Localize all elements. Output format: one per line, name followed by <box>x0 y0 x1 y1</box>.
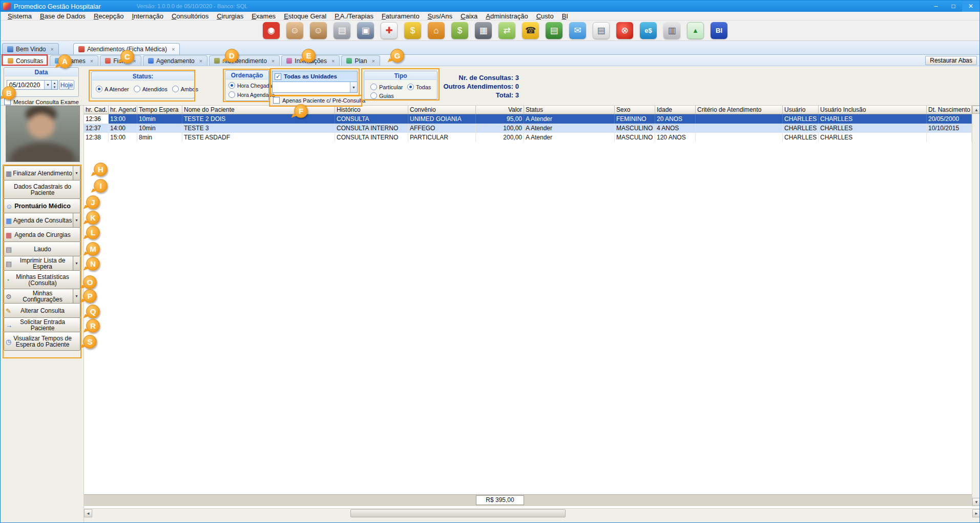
restaurar-abas-button[interactable]: Restaurar Abas <box>925 56 977 65</box>
date-dropdown-icon[interactable]: ▼ <box>44 81 51 89</box>
tab-consultas[interactable]: Consultas <box>3 55 48 66</box>
todas-unidades-checkbox[interactable]: Todas as Unidades <box>272 71 358 82</box>
menu-recepcao[interactable]: Recepção <box>90 12 128 20</box>
computer-icon[interactable]: ▣ <box>357 22 374 39</box>
column-header[interactable]: Idade <box>655 106 696 114</box>
coins-icon[interactable]: $ <box>404 22 421 39</box>
table-row[interactable]: 12:38 15:00 8min TESTE ASDADF CONSULTA I… <box>84 133 980 142</box>
prontuario-medico-button[interactable]: ☺ Prontuário Médico <box>4 198 80 213</box>
scroll-down-icon[interactable]: ▼ <box>972 498 980 506</box>
menu-custo[interactable]: Custo <box>532 12 558 20</box>
tab-atendimento[interactable]: nto Atendimento × <box>209 55 280 66</box>
dados-cadastrais-button[interactable]: Dados Cadastrais do Paciente <box>4 180 80 199</box>
column-header[interactable]: Valor <box>476 106 524 114</box>
table-row[interactable]: 12:36 13:00 10min TESTE 2 DOIS CONSULTA … <box>84 114 980 124</box>
menu-sistema[interactable]: Sistema <box>4 12 36 20</box>
column-header[interactable]: Critério de Atendimento <box>696 106 783 114</box>
tab-agendamento[interactable]: Agendamento × <box>143 55 207 66</box>
column-header[interactable]: hr. Agend. <box>109 106 137 114</box>
maximize-button[interactable]: □ <box>945 1 962 12</box>
column-header[interactable]: Tempo Espera <box>137 106 182 114</box>
close-tab-icon[interactable]: × <box>272 58 275 64</box>
radio-hora-agendada[interactable]: Hora Agendada <box>228 91 275 98</box>
document-icon[interactable]: ▤ <box>593 22 610 39</box>
close-button[interactable]: ✕ <box>962 1 979 12</box>
phone-icon[interactable]: ☎ <box>522 22 539 39</box>
menu-base-de-dados[interactable]: Base de Dados <box>36 12 90 20</box>
close-tab-icon[interactable]: × <box>172 46 175 52</box>
apenas-pre-consulta-checkbox[interactable]: Apenas Paciente c/ Pré-Consulta <box>273 97 365 104</box>
unit-combobox[interactable]: ▼ <box>272 82 358 93</box>
menu-administracao[interactable]: Administração <box>482 12 532 20</box>
menu-estoque-geral[interactable]: Estoque Geral <box>280 12 330 20</box>
column-header[interactable]: Dt. Nascimento <box>927 106 972 114</box>
agenda-consultas-button[interactable]: ▦ Agenda de Consultas ▼ <box>4 213 80 228</box>
column-header[interactable]: Nome do Paciente <box>182 106 335 114</box>
menu-sus-ans[interactable]: Sus/Ans <box>424 12 456 20</box>
safe-icon[interactable]: ▦ <box>475 22 492 39</box>
column-header[interactable]: Usuário <box>783 106 819 114</box>
menu-cirurgias[interactable]: Cirurgias <box>213 12 247 20</box>
radio-particular[interactable]: Particular <box>370 84 403 90</box>
reception-icon[interactable]: ☺ <box>310 22 327 39</box>
column-header[interactable]: Histórico <box>335 106 408 114</box>
laudo-button[interactable]: ▤ Laudo <box>4 242 80 256</box>
close-tab-icon[interactable]: × <box>199 58 202 64</box>
imprimir-lista-espera-button[interactable]: ▤ Imprimir Lista de Espera ▼ <box>4 256 80 271</box>
dropdown-arrow-icon[interactable]: ▼ <box>73 289 80 303</box>
target-icon[interactable]: ◉ <box>263 22 280 39</box>
scroll-left-icon[interactable]: ◄ <box>84 509 92 517</box>
dropdown-arrow-icon[interactable]: ▼ <box>73 166 80 180</box>
column-header[interactable]: Status <box>524 106 615 114</box>
radio-hora-chegada[interactable]: Hora Chegada <box>228 82 272 89</box>
column-header[interactable]: Convênio <box>408 106 476 114</box>
menu-internacao[interactable]: Internação <box>128 12 167 20</box>
horizontal-scrollbar[interactable]: ◄ ► <box>84 508 980 517</box>
column-header[interactable]: Sexo <box>615 106 655 114</box>
close-tab-icon[interactable]: × <box>50 46 53 52</box>
radio-atendidos[interactable]: Atendidos <box>134 86 168 92</box>
e-billing-icon[interactable]: e$ <box>640 22 657 39</box>
menu-faturamento[interactable]: Faturamento <box>378 12 424 20</box>
radio-guias[interactable]: Guias <box>370 92 394 99</box>
spin-down-icon[interactable]: ▼ <box>53 85 56 89</box>
visualizar-tempos-espera-button[interactable]: ◷ Visualizar Tempos de Espera do Pacient… <box>4 332 80 351</box>
date-spinner[interactable]: ▲ ▼ <box>52 80 58 90</box>
house-money-icon[interactable]: ⌂ <box>428 22 445 39</box>
dropdown-arrow-icon[interactable]: ▼ <box>73 256 80 270</box>
close-tab-icon[interactable]: × <box>371 58 374 64</box>
close-tab-icon[interactable]: × <box>331 58 335 64</box>
close-tab-icon[interactable]: × <box>90 58 93 64</box>
ledger-icon[interactable]: ▤ <box>546 22 562 39</box>
solicitar-entrada-button[interactable]: → Solicitar Entrada Paciente <box>4 317 80 332</box>
finalizar-atendimento-button[interactable]: ▦ Finalizar Atendimento ▼ <box>4 166 80 180</box>
mesclar-consulta-exame-checkbox[interactable]: Mesclar Consulta Exame <box>4 98 79 105</box>
radio-a-atender[interactable]: A Atender <box>96 86 129 92</box>
table-row[interactable]: 12:37 14:00 10min TESTE 3 CONSULTA INTER… <box>84 124 980 133</box>
column-header[interactable]: Usuário Inclusão <box>819 106 927 114</box>
spin-up-icon[interactable]: ▲ <box>53 81 56 85</box>
dropdown-arrow-icon[interactable]: ▼ <box>73 213 80 227</box>
minhas-estatisticas-button[interactable]: ◔ Minhas Estatísticas (Consulta) <box>4 270 80 289</box>
column-header[interactable]: hr. Cad. <box>84 106 109 114</box>
tab-bem-vindo[interactable]: Bem Vindo × <box>2 43 59 54</box>
combo-arrow-icon[interactable]: ▼ <box>350 82 357 92</box>
chat-icon[interactable]: ✉ <box>569 22 586 39</box>
vertical-scrollbar[interactable]: ▲ ▼ <box>972 106 980 506</box>
scroll-right-icon[interactable]: ► <box>972 509 980 517</box>
menu-consultorios[interactable]: Consultórios <box>168 12 213 20</box>
minhas-configuracoes-button[interactable]: ⚙ Minhas Configurações ▼ <box>4 289 80 304</box>
minimize-button[interactable]: – <box>927 1 945 12</box>
agenda-cirurgias-button[interactable]: ▦ Agenda de Cirurgias <box>4 227 80 242</box>
scroll-up-icon[interactable]: ▲ <box>972 106 980 114</box>
menu-exames[interactable]: Exames <box>247 12 280 20</box>
ambulance-icon[interactable]: ✚ <box>381 22 398 39</box>
fax-icon[interactable]: ▤ <box>333 22 350 39</box>
menu-caixa[interactable]: Caixa <box>456 12 482 20</box>
menu-pa-terapias[interactable]: P.A./Terapias <box>330 12 378 20</box>
power-icon[interactable]: ⊗ <box>616 22 633 39</box>
menu-bi[interactable]: BI <box>558 12 572 20</box>
tab-plan[interactable]: Plan × <box>341 55 380 66</box>
scrollbar-thumb[interactable] <box>350 509 566 517</box>
money-plant-icon[interactable]: $ <box>451 22 468 39</box>
